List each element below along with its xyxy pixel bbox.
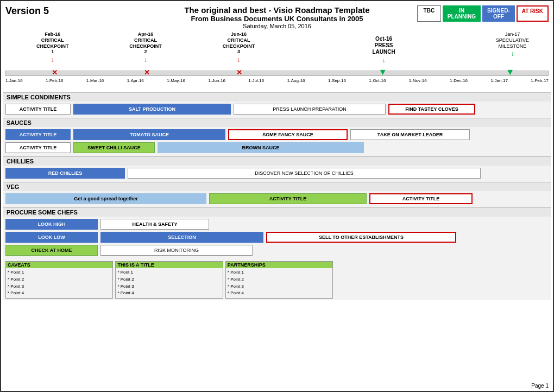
act-look-high[interactable]: LOOK HIGH: [5, 219, 98, 230]
act-chilli[interactable]: SWEET CHILLI SAUCE: [73, 142, 155, 153]
milestone-x-2: ✕: [144, 68, 150, 77]
status-signed[interactable]: SIGNED-OFF: [482, 5, 515, 22]
legend-partnerships: PARTNERSHIPS * Point 1* Point 2* Point 3…: [225, 261, 333, 299]
milestone-3: Jun-16CRITICALCHECKPOINT3 ↓: [223, 31, 255, 64]
section-body-chillies: RED CHILLIES DISCOVER NEW SELECTION OF C…: [3, 166, 551, 182]
activity-row: ACTIVITY TITLE SALT PRODUCTION PRESS LAU…: [5, 103, 549, 115]
date-label: 1-Oct-16: [369, 78, 386, 83]
status-buttons: TBC INPLANNING SIGNED-OFF AT RISK: [417, 5, 549, 22]
status-atrisk[interactable]: AT RISK: [517, 5, 549, 22]
act-brown-sauce[interactable]: BROWN SAUCE: [158, 142, 364, 153]
status-tbc[interactable]: TBC: [417, 5, 441, 22]
section-chillies: CHILLIES RED CHILLIES DISCOVER NEW SELEC…: [3, 156, 551, 182]
act-spread[interactable]: Get a good spread together: [5, 193, 206, 204]
section-sauces: SAUCES ACTIVITY TITLE TOMATO SAUCE SOME …: [3, 118, 551, 156]
section-body-condiments: ACTIVITY TITLE SALT PRODUCTION PRESS LAU…: [3, 102, 551, 118]
act-press-launch[interactable]: PRESS LAUNCH PREPARATION: [234, 104, 386, 115]
date-label: 1-Feb-17: [531, 78, 548, 83]
legend-caveats: CAVEATS * Point 1* Point 2* Point 3* Poi…: [5, 261, 113, 299]
date-label: 1-Sep-16: [328, 78, 346, 83]
date-label: 1-Apr-16: [127, 78, 144, 83]
act-risk-monitoring[interactable]: RISK MONITORING: [100, 245, 253, 256]
date-label: 1-Jan-17: [490, 78, 508, 83]
legend-content-partnerships: * Point 1* Point 2* Point 3* Point 4: [226, 268, 332, 298]
date-label: 1-Mar-16: [86, 78, 104, 83]
legend-content-caveats: * Point 1* Point 2* Point 3* Point 4: [6, 268, 112, 298]
milestone-5: Jan-17SPECULATIVEMILESTONE ↓: [496, 31, 529, 58]
milestone-2: Apr-16CRITICALCHECKPOINT2 ↓: [129, 31, 162, 64]
act-tomato[interactable]: TOMATO SAUCE: [73, 129, 225, 140]
date-label: 1-Dec-16: [450, 78, 468, 83]
page: Version 5 The original and best - Visio …: [0, 0, 554, 392]
act-sell[interactable]: SELL TO OTHER ESTABLISHMENTS: [266, 232, 456, 243]
date-label: 1-Feb-16: [46, 78, 63, 83]
section-header-veg: VEG: [3, 182, 551, 191]
legend-title-box: THIS IS A TITLE * Pont 1* Point 2* Point…: [115, 261, 223, 299]
date-label: 1-Nov-16: [409, 78, 427, 83]
timeline-section: Feb-16CRITICALCHECKPOINT1 ↓ Apr-16CRITIC…: [3, 31, 551, 91]
act-activity-veg-2[interactable]: ACTIVITY TITLE: [369, 193, 473, 204]
milestone-x-3: ✕: [236, 68, 242, 77]
status-planning[interactable]: INPLANNING: [443, 5, 481, 22]
milestone-tick-5: ▼: [506, 67, 514, 77]
activity-row: Get a good spread together ACTIVITY TITL…: [5, 193, 549, 205]
section-body-sauces: ACTIVITY TITLE TOMATO SAUCE SOME FANCY S…: [3, 127, 551, 156]
milestone-4: Oct-16PRESSLAUNCH ↓: [372, 36, 395, 64]
timeline-bar: ✕ ✕ ✕ ▼ ▼: [5, 71, 549, 76]
dates-row: 1-Jan-16 1-Feb-16 1-Mar-16 1-Apr-16 1-Ma…: [3, 77, 551, 83]
milestone-1: Feb-16CRITICALCHECKPOINT1 ↓: [36, 31, 69, 64]
section-header-chefs: PROCURE SOME CHEFS: [3, 207, 551, 217]
legend-area: CAVEATS * Point 1* Point 2* Point 3* Poi…: [3, 259, 551, 300]
section-header-chillies: CHILLIES: [3, 156, 551, 166]
activity-row: CHECK AT HOME RISK MONITORING: [5, 244, 549, 256]
date-label: 1-Jun-16: [208, 78, 225, 83]
act-look-low[interactable]: LOOK LOW: [5, 232, 98, 243]
activity-row: LOOK HIGH HEALTH & SAFETY: [5, 218, 549, 230]
act-title-2[interactable]: ACTIVITY TITLE: [5, 129, 71, 140]
act-market-leader[interactable]: TAKE ON MARKET LEADER: [350, 129, 470, 140]
page-number: Page 1: [531, 383, 549, 389]
milestone-x-1: ✕: [52, 68, 58, 77]
act-selection[interactable]: SELECTION: [100, 232, 263, 243]
date-label: 1-Jan-16: [5, 78, 23, 83]
act-discover-chillies[interactable]: DISCOVER NEW SELECTION OF CHILLIES: [128, 168, 481, 179]
legend-title-title: THIS IS A TITLE: [116, 262, 222, 268]
act-title[interactable]: ACTIVITY TITLE: [5, 104, 71, 115]
date-label: 1-Jul-16: [248, 78, 264, 83]
legend-title-partnerships: PARTNERSHIPS: [226, 262, 332, 268]
act-fancy-sauce[interactable]: SOME FANCY SAUCE: [228, 129, 348, 140]
act-title-3[interactable]: ACTIVITY TITLE: [5, 142, 71, 153]
section-header-sauces: SAUCES: [3, 118, 551, 127]
activity-row: ACTIVITY TITLE SWEET CHILLI SAUCE BROWN …: [5, 142, 549, 154]
section-body-veg: Get a good spread together ACTIVITY TITL…: [3, 191, 551, 207]
activity-row: ACTIVITY TITLE TOMATO SAUCE SOME FANCY S…: [5, 129, 549, 141]
act-activity-veg[interactable]: ACTIVITY TITLE: [209, 193, 367, 204]
header-date: Saturday, March 05, 2016: [3, 23, 551, 29]
legend-title-caveats: CAVEATS: [6, 262, 112, 268]
activity-row: LOOK LOW SELECTION SELL TO OTHER ESTABLI…: [5, 231, 549, 243]
act-check-home[interactable]: CHECK AT HOME: [5, 245, 98, 256]
section-veg: VEG Get a good spread together ACTIVITY …: [3, 182, 551, 207]
legend-content-title: * Pont 1* Point 2* Point 3* Point 4: [116, 268, 222, 298]
act-health-safety[interactable]: HEALTH & SAFETY: [100, 219, 209, 230]
section-simple-condiments: SIMPLE CONDIMENTS ACTIVITY TITLE SALT PR…: [3, 92, 551, 118]
date-label: 1-May-16: [167, 78, 185, 83]
act-red-chillies[interactable]: RED CHILLIES: [5, 168, 125, 179]
act-cloves[interactable]: FIND TASTEY CLOVES: [388, 104, 475, 115]
date-label: 1-Aug-16: [287, 78, 305, 83]
act-salt[interactable]: SALT PRODUCTION: [73, 104, 231, 115]
section-body-chefs: LOOK HIGH HEALTH & SAFETY LOOK LOW SELEC…: [3, 217, 551, 259]
section-chefs: PROCURE SOME CHEFS LOOK HIGH HEALTH & SA…: [3, 207, 551, 259]
activity-row: RED CHILLIES DISCOVER NEW SELECTION OF C…: [5, 167, 549, 179]
milestone-tick-4: ▼: [379, 67, 387, 77]
section-header-condiments: SIMPLE CONDIMENTS: [3, 92, 551, 102]
